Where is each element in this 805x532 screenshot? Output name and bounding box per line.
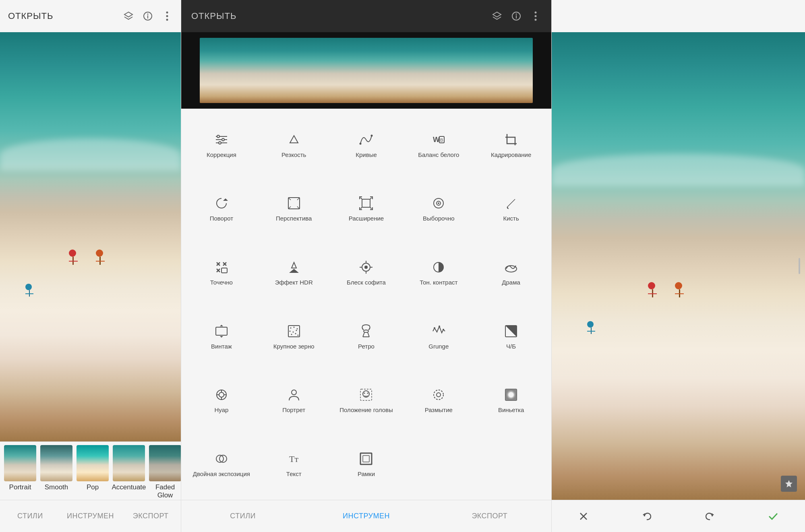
middle-info-icon[interactable] — [511, 10, 522, 22]
right-header-spacer — [552, 0, 805, 32]
thumbnail-accentuate[interactable]: Accentuate — [111, 442, 147, 500]
tool-crop[interactable]: Кадрирование — [475, 113, 547, 177]
thumb-img-4 — [113, 445, 145, 481]
svg-point-11 — [535, 19, 537, 21]
svg-marker-45 — [292, 262, 296, 268]
svg-point-16 — [222, 138, 224, 141]
thumbnail-portrait[interactable]: Portrait — [2, 442, 38, 500]
left-header-title: ОТКРЫТЬ — [8, 11, 53, 21]
svg-marker-24 — [223, 198, 228, 201]
tool-selective[interactable]: Выборочно — [402, 177, 475, 241]
middle-header-icons — [491, 10, 541, 22]
tool-expand[interactable]: Расширение — [330, 177, 403, 241]
selective-icon — [430, 194, 447, 212]
tool-vintage[interactable]: Винтаж — [185, 304, 258, 368]
middle-bottom-tabs: СТИЛИ ИНСТРУМЕН ЭКСПОРТ — [181, 500, 551, 532]
more-icon[interactable] — [161, 10, 173, 22]
tonal-icon — [430, 258, 447, 276]
tool-frames[interactable]: Рамки — [330, 432, 403, 496]
thumb-img-3 — [77, 445, 109, 481]
middle-tab-styles[interactable]: СТИЛИ — [181, 500, 304, 532]
layers-icon[interactable] — [123, 10, 134, 22]
crop-icon — [502, 131, 520, 148]
brush-icon — [502, 194, 520, 212]
svg-point-4 — [166, 15, 168, 17]
grainy-label: Крупное зерно — [273, 342, 315, 351]
wb-label: Баланс белого — [418, 151, 459, 159]
tool-vignette[interactable]: Виньетка — [475, 368, 547, 432]
tool-retro[interactable]: Ретро — [330, 304, 403, 368]
person-3 — [25, 284, 33, 294]
svg-line-31 — [360, 198, 362, 199]
left-bottom-tabs: СТИЛИ ИНСТРУМЕН ЭКСПОРТ — [0, 500, 181, 532]
tool-doubleexp[interactable]: Двойная экспозиция — [185, 432, 258, 496]
svg-point-63 — [292, 331, 294, 332]
noir-label: Нуар — [214, 406, 228, 414]
hdr-icon — [285, 258, 303, 276]
left-tab-styles[interactable]: СТИЛИ — [0, 500, 60, 532]
svg-point-73 — [439, 326, 440, 327]
tool-brush[interactable]: Кисть — [475, 177, 547, 241]
svg-line-69 — [363, 332, 364, 337]
svg-marker-57 — [220, 336, 223, 338]
svg-point-8 — [516, 14, 517, 15]
glamour-icon — [357, 258, 375, 276]
tool-noir[interactable]: Нуар — [185, 368, 258, 432]
tool-sharpness[interactable]: Резкость — [258, 113, 330, 177]
tool-perspective[interactable]: Перспектива — [258, 177, 330, 241]
svg-rect-44 — [221, 268, 227, 273]
tool-spot[interactable]: Точечно — [185, 240, 258, 304]
tool-correction[interactable]: Коррекция — [185, 113, 258, 177]
tool-bw[interactable]: Ч/Б — [475, 304, 547, 368]
tool-text[interactable]: Тт Текст — [258, 432, 330, 496]
undo-button[interactable] — [635, 504, 659, 528]
left-tab-tools[interactable]: ИНСТРУМЕН — [60, 500, 121, 532]
person-2 — [96, 250, 105, 262]
blur-label: Размытие — [425, 406, 453, 414]
thumbnail-smooth[interactable]: Smooth — [38, 442, 74, 500]
frames-icon — [357, 450, 375, 468]
tool-portrait[interactable]: Портрет — [258, 368, 330, 432]
retro-label: Ретро — [358, 342, 375, 351]
tool-glamour[interactable]: Блеск софита — [330, 240, 403, 304]
middle-layers-icon[interactable] — [491, 10, 503, 22]
tool-curves[interactable]: Кривые — [330, 113, 403, 177]
left-tab-export[interactable]: ЭКСПОРТ — [120, 500, 181, 532]
svg-point-52 — [364, 266, 368, 269]
tool-grainy[interactable]: Крупное зерно — [258, 304, 330, 368]
svg-point-77 — [219, 392, 224, 397]
svg-point-72 — [434, 327, 435, 329]
tool-drama[interactable]: Драма — [475, 240, 547, 304]
tool-hdr[interactable]: Эффект HDR — [258, 240, 330, 304]
thumbnail-img-portrait — [4, 445, 36, 481]
right-person-2 — [675, 282, 684, 294]
wb-icon: W B — [430, 131, 447, 148]
svg-point-65 — [291, 334, 292, 335]
correction-icon — [213, 131, 230, 148]
tool-headpose[interactable]: Положение головы — [330, 368, 403, 432]
info-icon[interactable] — [142, 10, 153, 22]
redo-button[interactable] — [698, 504, 722, 528]
close-button[interactable] — [571, 504, 596, 528]
rotate-label: Поворот — [210, 214, 234, 223]
tool-rotate[interactable]: Поворот — [185, 177, 258, 241]
tool-tonal[interactable]: Тон. контраст — [402, 240, 475, 304]
middle-tab-export[interactable]: ЭКСПОРТ — [428, 500, 551, 532]
star-badge[interactable] — [781, 476, 797, 492]
expand-icon — [357, 194, 375, 212]
thumbnail-pop[interactable]: Pop — [74, 442, 111, 500]
tool-blur[interactable]: Размытие — [402, 368, 475, 432]
curves-icon — [357, 131, 375, 148]
middle-more-icon[interactable] — [530, 10, 541, 22]
thumbnail-img-smooth — [40, 445, 72, 481]
tool-wb[interactable]: W B Баланс белого — [402, 113, 475, 177]
perspective-icon — [285, 194, 303, 212]
confirm-button[interactable] — [761, 504, 785, 528]
retro-icon — [357, 322, 375, 340]
tool-grunge[interactable]: Grunge — [402, 304, 475, 368]
middle-tab-tools[interactable]: ИНСТРУМЕН — [304, 500, 428, 532]
svg-point-17 — [219, 142, 221, 144]
thumbnail-img-pop — [77, 445, 109, 481]
svg-line-32 — [370, 198, 372, 199]
thumbnail-faded-glow[interactable]: Faded Glow — [147, 442, 181, 500]
